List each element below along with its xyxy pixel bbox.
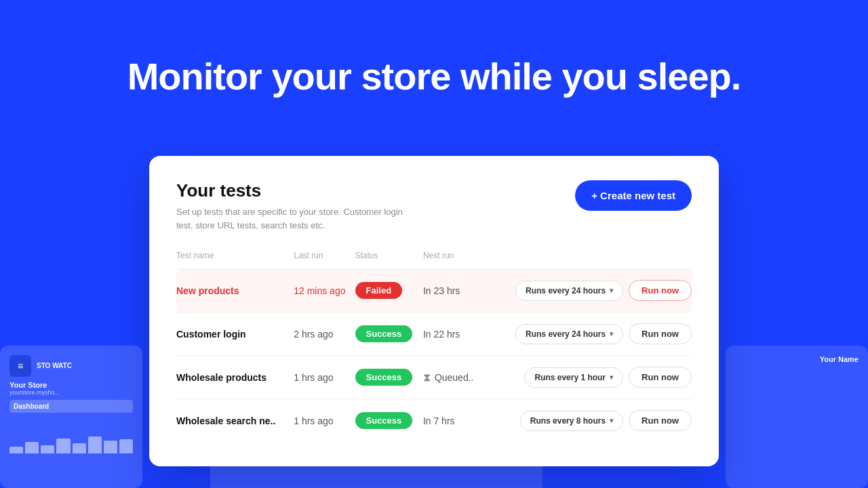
status-badge: Success	[355, 325, 413, 342]
run-now-button-2[interactable]: Run now	[629, 367, 692, 388]
bg-store-url: yourstore.mysho...	[9, 389, 133, 396]
status-2: Success	[355, 356, 423, 399]
col-test-name: Test name	[176, 251, 294, 269]
col-last-run: Last run	[294, 251, 355, 269]
bg-store-name: Your Store	[9, 381, 133, 389]
actions-1: Runs every 24 hours▾Run now	[483, 312, 692, 356]
status-1: Success	[355, 312, 423, 356]
bg-logo-icon: ≡	[9, 355, 31, 377]
next-run-3: In 7 hrs	[423, 399, 483, 443]
col-next-run: Next run	[423, 251, 483, 269]
table-header: Test name Last run Status Next run	[176, 251, 692, 269]
status-badge: Success	[355, 369, 413, 386]
bg-nav-dashboard: Dashboard	[9, 400, 133, 413]
actions-3: Runs every 8 hours▾Run now	[483, 399, 692, 443]
chevron-down-icon: ▾	[610, 330, 613, 338]
last-run-3: 1 hrs ago	[294, 399, 355, 443]
last-run-2: 1 hrs ago	[294, 356, 355, 399]
last-run-0: 12 mins ago	[294, 269, 355, 312]
chevron-down-icon: ▾	[610, 373, 613, 381]
table-row: Customer login2 hrs agoSuccessIn 22 hrsR…	[176, 312, 692, 356]
schedule-label: Runs every 24 hours	[526, 329, 606, 339]
actions-0: Runs every 24 hours▾Run now	[483, 269, 692, 312]
modal-title: Your tests	[176, 180, 407, 201]
schedule-dropdown-1[interactable]: Runs every 24 hours▾	[515, 324, 623, 344]
actions-2: Runs every 1 hour▾Run now	[483, 356, 692, 399]
last-run-1: 2 hrs ago	[294, 312, 355, 356]
test-name-3: Wholesale search ne..	[176, 399, 294, 443]
status-badge: Failed	[355, 282, 403, 299]
schedule-label: Runs every 1 hour	[534, 373, 606, 382]
run-now-button-0[interactable]: Run now	[629, 280, 692, 301]
queued-label: Queued..	[435, 372, 474, 383]
bg-logo-text: STO WATC	[37, 362, 72, 370]
next-run-0: In 23 hrs	[423, 269, 483, 312]
schedule-dropdown-2[interactable]: Runs every 1 hour▾	[524, 367, 623, 388]
run-now-button-3[interactable]: Run now	[629, 410, 692, 431]
run-now-button-1[interactable]: Run now	[629, 323, 692, 344]
bg-user-name: Your Name	[820, 355, 859, 363]
table-row: New products12 mins agoFailedIn 23 hrsRu…	[176, 269, 692, 312]
test-name-0: New products	[176, 269, 294, 312]
status-0: Failed	[355, 269, 423, 312]
test-name-2: Wholesale products	[176, 356, 294, 399]
next-run-1: In 22 hrs	[423, 312, 483, 356]
tests-modal: Your tests Set up tests that are specifi…	[149, 156, 719, 466]
schedule-dropdown-0[interactable]: Runs every 24 hours▾	[515, 281, 623, 301]
chevron-down-icon: ▾	[610, 287, 613, 294]
status-3: Success	[355, 399, 423, 443]
schedule-label: Runs every 8 hours	[530, 416, 606, 426]
bg-right-panel: Your Name	[726, 346, 868, 488]
hero-title: Monitor your store while you sleep.	[0, 0, 868, 98]
bg-bar-chart	[9, 420, 133, 453]
col-status: Status	[355, 251, 423, 269]
bg-left-panel: ≡ STO WATC Your Store yourstore.mysho...…	[0, 346, 142, 488]
modal-subtitle: Set up tests that are specific to your s…	[176, 205, 407, 232]
tests-table: Test name Last run Status Next run New p…	[176, 251, 692, 442]
chevron-down-icon: ▾	[610, 417, 613, 424]
next-run-2: ⧗Queued..	[423, 356, 483, 399]
modal-header-text: Your tests Set up tests that are specifi…	[176, 180, 407, 232]
table-row: Wholesale search ne..1 hrs agoSuccessIn …	[176, 399, 692, 443]
queued-icon: ⧗	[423, 371, 431, 384]
schedule-label: Runs every 24 hours	[526, 286, 606, 296]
schedule-dropdown-3[interactable]: Runs every 8 hours▾	[520, 411, 623, 431]
create-new-test-button[interactable]: + Create new test	[575, 180, 692, 211]
table-row: Wholesale products1 hrs agoSuccess⧗Queue…	[176, 356, 692, 399]
modal-header: Your tests Set up tests that are specifi…	[176, 180, 692, 232]
test-name-1: Customer login	[176, 312, 294, 356]
status-badge: Success	[355, 412, 413, 429]
